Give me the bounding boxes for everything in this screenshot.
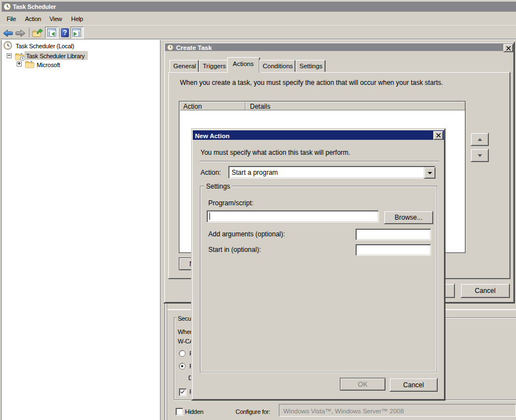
svg-text:?: ? — [63, 29, 67, 37]
